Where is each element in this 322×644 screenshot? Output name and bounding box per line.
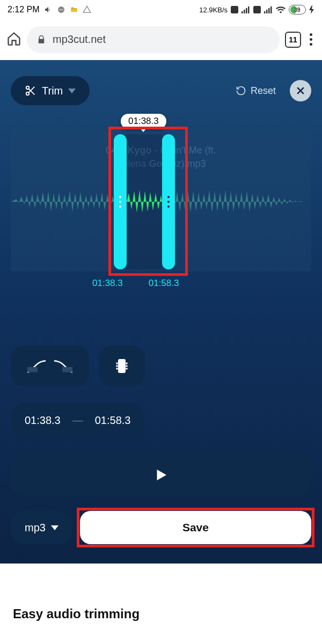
- svg-point-23: [116, 362, 118, 364]
- svg-rect-13: [270, 6, 272, 13]
- svg-point-24: [116, 365, 118, 367]
- time-labels: 01:38.3 01:58.3: [11, 278, 311, 289]
- end-time: 01:58.3: [95, 414, 131, 427]
- volume-icon: [44, 5, 53, 14]
- svg-rect-11: [266, 10, 268, 13]
- chat-icon: [57, 5, 65, 14]
- time-dash: —: [72, 414, 83, 427]
- files-icon: [70, 5, 78, 14]
- svg-point-25: [116, 368, 118, 370]
- svg-rect-9: [253, 6, 261, 13]
- svg-point-26: [126, 362, 128, 364]
- tab-count[interactable]: 11: [285, 32, 301, 48]
- battery-pct: 39: [289, 7, 305, 13]
- drive-icon: [83, 5, 91, 14]
- home-icon[interactable]: [6, 31, 21, 48]
- lock-icon: [36, 35, 46, 45]
- scissors-icon: [25, 85, 36, 97]
- fade-buttons[interactable]: [11, 346, 89, 386]
- crop-icon: [114, 358, 130, 374]
- trim-label: Trim: [42, 85, 63, 97]
- svg-point-2: [61, 9, 62, 10]
- format-label: mp3: [25, 522, 46, 534]
- svg-rect-7: [246, 8, 247, 13]
- volte-icon-1: [231, 6, 238, 13]
- waveform-selected: [127, 186, 162, 218]
- chevron-down-icon: [68, 89, 76, 93]
- browser-menu-icon[interactable]: [306, 30, 316, 49]
- charging-icon: [309, 5, 314, 14]
- close-icon: [295, 85, 306, 96]
- svg-point-15: [26, 92, 30, 96]
- signal-icon-1: [241, 6, 250, 13]
- trim-handle-end[interactable]: [162, 134, 175, 269]
- wifi-icon: [276, 6, 286, 13]
- svg-point-27: [126, 365, 128, 367]
- svg-rect-22: [118, 359, 126, 373]
- crop-button[interactable]: [99, 346, 145, 386]
- svg-rect-5: [241, 11, 243, 13]
- status-time: 2:12 PM: [8, 5, 40, 14]
- undo-icon: [236, 85, 246, 96]
- svg-rect-21: [62, 367, 72, 372]
- svg-rect-6: [244, 10, 245, 13]
- end-time-label: 01:58.3: [149, 278, 179, 289]
- signal-icon-2: [264, 6, 273, 13]
- battery-icon: 39: [289, 5, 306, 14]
- url-text: mp3cut.net: [53, 33, 106, 46]
- svg-rect-4: [231, 6, 238, 13]
- net-speed: 12.9KB/s: [199, 6, 228, 14]
- svg-point-1: [59, 9, 60, 10]
- fade-in-icon: [26, 358, 47, 374]
- svg-rect-10: [264, 11, 266, 13]
- section-heading: Easy audio trimming: [13, 606, 309, 621]
- status-bar: 2:12 PM 12.9KB/s 39: [0, 0, 322, 19]
- svg-rect-20: [27, 367, 38, 372]
- svg-rect-8: [248, 6, 250, 13]
- svg-point-3: [62, 9, 63, 10]
- reset-button[interactable]: Reset: [236, 85, 276, 97]
- chevron-down-icon: [51, 525, 58, 530]
- play-icon: [153, 467, 169, 483]
- time-range[interactable]: 01:38.3 — 01:58.3: [11, 402, 144, 438]
- waveform-panel[interactable]: 041. Kygo - It Ain't Me (ft. Selena Gome…: [11, 132, 311, 272]
- fade-out-icon: [53, 358, 74, 374]
- volte-icon-2: [253, 6, 261, 13]
- trim-handle-start[interactable]: [114, 134, 127, 269]
- save-label: Save: [182, 521, 209, 534]
- start-time-label: 01:38.3: [92, 278, 123, 289]
- svg-rect-12: [268, 8, 270, 13]
- save-button[interactable]: Save: [80, 511, 311, 544]
- page-content: Easy audio trimming: [0, 564, 322, 621]
- url-bar[interactable]: mp3cut.net: [27, 26, 280, 53]
- trim-dropdown[interactable]: Trim: [11, 76, 90, 105]
- format-dropdown[interactable]: mp3: [11, 511, 72, 544]
- close-button[interactable]: [290, 80, 311, 101]
- svg-point-28: [126, 368, 128, 370]
- browser-bar: mp3cut.net 11: [0, 19, 322, 60]
- app-body: Trim Reset 01:38.3 041. Kygo - It Ain't …: [0, 60, 322, 564]
- waveform-editor[interactable]: 01:38.3 041. Kygo - It Ain't Me (ft. Sel…: [11, 132, 311, 309]
- play-button[interactable]: [11, 454, 311, 496]
- position-tooltip: 01:38.3: [121, 114, 166, 129]
- start-time: 01:38.3: [25, 414, 61, 427]
- reset-label: Reset: [251, 85, 276, 97]
- svg-point-14: [26, 86, 30, 90]
